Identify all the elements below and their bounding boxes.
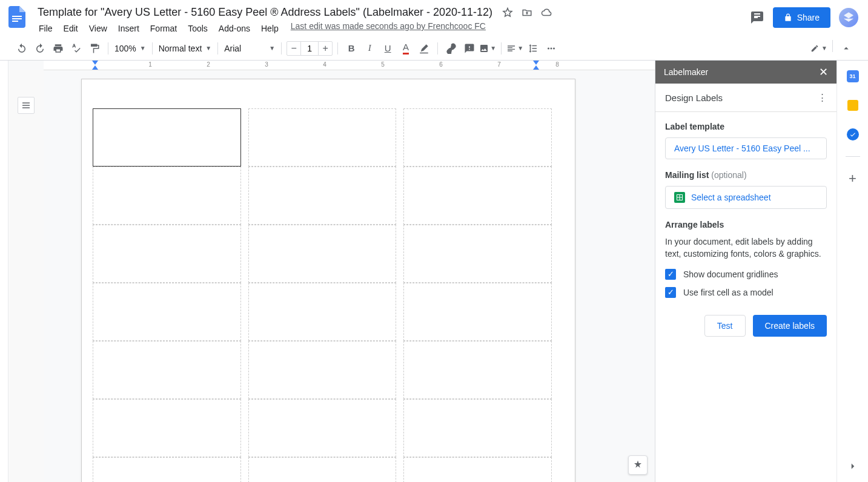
- italic-button[interactable]: I: [361, 40, 378, 57]
- label-cell[interactable]: [248, 108, 397, 167]
- menu-help[interactable]: Help: [256, 21, 283, 36]
- editing-mode-button[interactable]: ▼: [810, 40, 827, 57]
- bold-button[interactable]: B: [343, 40, 360, 57]
- more-options-icon[interactable]: ⋮: [818, 92, 827, 103]
- font-size-decrement[interactable]: −: [287, 42, 300, 55]
- collapse-toolbar-button[interactable]: [838, 40, 855, 57]
- document-area[interactable]: 1 2 3 4 5 6 7 8: [8, 61, 655, 482]
- label-cell[interactable]: [403, 399, 552, 457]
- label-cell[interactable]: [93, 341, 241, 399]
- tasks-icon[interactable]: [846, 127, 860, 142]
- ruler-right-indent-marker[interactable]: [533, 61, 539, 65]
- label-cell[interactable]: [248, 341, 397, 399]
- sidebar-subtitle: Design Labels: [665, 93, 723, 103]
- collapse-rail-icon[interactable]: [846, 459, 860, 474]
- label-cell[interactable]: [248, 457, 397, 482]
- horizontal-ruler[interactable]: 1 2 3 4 5 6 7 8: [44, 61, 655, 70]
- explore-button[interactable]: [628, 455, 648, 475]
- label-cell[interactable]: [403, 167, 552, 225]
- redo-button[interactable]: [31, 40, 48, 57]
- print-button[interactable]: [50, 40, 67, 57]
- label-cell[interactable]: [93, 225, 241, 283]
- ruler-right-margin-marker[interactable]: [533, 65, 539, 70]
- document-title[interactable]: Template for "Avery US Letter - 5160 Eas…: [34, 5, 496, 20]
- label-cell[interactable]: [248, 283, 397, 341]
- font-size-stepper[interactable]: − +: [287, 41, 333, 56]
- menu-insert[interactable]: Insert: [113, 21, 144, 36]
- align-button[interactable]: ▼: [506, 40, 523, 57]
- mailing-section: Mailing list (optional) Select a spreads…: [665, 170, 827, 209]
- sheets-icon: [674, 192, 685, 203]
- gridlines-checkbox-row[interactable]: ✓ Show document gridlines: [665, 269, 827, 280]
- label-cell[interactable]: [248, 225, 397, 283]
- share-label: Share: [797, 13, 820, 22]
- arrange-desc: In your document, edit labels by adding …: [665, 236, 827, 260]
- lock-icon: [784, 13, 792, 22]
- keep-icon[interactable]: [846, 98, 860, 113]
- menu-file[interactable]: File: [34, 21, 58, 36]
- document-page[interactable]: [81, 79, 575, 482]
- more-button[interactable]: [543, 40, 560, 57]
- label-cell[interactable]: [403, 457, 552, 482]
- ruler-tick: 1: [148, 61, 152, 68]
- paint-format-button[interactable]: [86, 40, 103, 57]
- calendar-icon[interactable]: 31: [846, 69, 860, 84]
- underline-button[interactable]: U: [379, 40, 396, 57]
- move-icon[interactable]: [522, 7, 532, 18]
- ruler-tick: 6: [439, 61, 443, 68]
- sidebar-titlebar: Labelmaker ✕: [655, 61, 837, 84]
- ruler-tick: 8: [555, 61, 559, 68]
- menu-edit[interactable]: Edit: [59, 21, 83, 36]
- label-cell[interactable]: [93, 457, 241, 482]
- label-cell[interactable]: [93, 167, 241, 225]
- font-size-input[interactable]: [300, 42, 319, 55]
- ruler-left-margin-marker[interactable]: [92, 65, 98, 70]
- label-cell[interactable]: [93, 283, 241, 341]
- spellcheck-button[interactable]: [68, 40, 85, 57]
- line-spacing-button[interactable]: [525, 40, 542, 57]
- docs-logo-icon[interactable]: [5, 5, 29, 29]
- menu-view[interactable]: View: [84, 21, 112, 36]
- menu-bar: File Edit View Insert Format Tools Add-o…: [34, 21, 750, 36]
- zoom-select[interactable]: 100%▼: [113, 41, 147, 56]
- toolbar: 100%▼ Normal text▼ Arial▼ − + B I U A ▼ …: [0, 36, 868, 61]
- label-cell[interactable]: [403, 341, 552, 399]
- close-icon[interactable]: ✕: [819, 65, 828, 79]
- user-avatar[interactable]: [839, 8, 858, 27]
- menu-tools[interactable]: Tools: [183, 21, 213, 36]
- label-cell-active[interactable]: [93, 108, 241, 167]
- text-color-button[interactable]: A: [397, 40, 414, 57]
- ruler-left-indent-marker[interactable]: [92, 61, 98, 65]
- menu-format[interactable]: Format: [145, 21, 182, 36]
- font-select[interactable]: Arial▼: [223, 41, 276, 56]
- firstcell-checkbox-row[interactable]: ✓ Use first cell as a model: [665, 287, 827, 298]
- create-labels-button[interactable]: Create labels: [753, 315, 827, 337]
- label-cell[interactable]: [248, 399, 397, 457]
- label-cell[interactable]: [403, 108, 552, 167]
- label-cell[interactable]: [403, 283, 552, 341]
- add-addon-icon[interactable]: +: [846, 171, 860, 186]
- undo-button[interactable]: [13, 40, 30, 57]
- paragraph-style-select[interactable]: Normal text▼: [157, 41, 213, 56]
- cloud-status-icon[interactable]: [541, 7, 552, 18]
- font-size-increment[interactable]: +: [319, 42, 332, 55]
- insert-comment-button[interactable]: [461, 40, 478, 57]
- last-edit-link[interactable]: Last edit was made seconds ago by French…: [291, 21, 486, 36]
- star-icon[interactable]: [502, 7, 513, 18]
- insert-image-button[interactable]: ▼: [479, 40, 496, 57]
- label-cell[interactable]: [248, 167, 397, 225]
- svg-rect-0: [12, 16, 22, 17]
- label-cell[interactable]: [403, 225, 552, 283]
- label-grid: [93, 108, 552, 482]
- template-section: Label template Avery US Letter - 5160 Ea…: [665, 122, 827, 159]
- spreadsheet-selector[interactable]: Select a spreadsheet: [665, 186, 827, 209]
- insert-link-button[interactable]: [443, 40, 460, 57]
- menu-addons[interactable]: Add-ons: [214, 21, 255, 36]
- share-button[interactable]: Share: [773, 7, 830, 28]
- label-cell[interactable]: [93, 399, 241, 457]
- comments-icon[interactable]: [750, 10, 764, 25]
- test-button[interactable]: Test: [704, 315, 746, 337]
- template-selector[interactable]: Avery US Letter - 5160 Easy Peel ...: [665, 137, 827, 159]
- document-outline-button[interactable]: [18, 97, 35, 114]
- highlight-button[interactable]: [416, 40, 432, 57]
